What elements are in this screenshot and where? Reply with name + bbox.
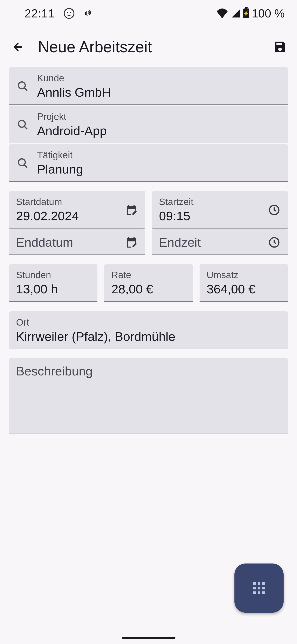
hours-value: 13,00 h — [16, 282, 90, 296]
battery-icon: ⚡ — [243, 8, 249, 18]
status-time: 22:11 — [24, 7, 55, 20]
activity-field[interactable]: Tätigkeit Planung — [9, 144, 288, 182]
svg-rect-9 — [258, 587, 260, 590]
revenue-label: Umsatz — [207, 270, 281, 280]
customer-field[interactable]: Kunde Annlis GmbH — [9, 67, 288, 105]
clock-icon — [268, 236, 281, 249]
rate-label: Rate — [111, 270, 186, 280]
status-right: ⚡ 100 % — [216, 7, 285, 20]
location-value: Kirrweiler (Pfalz), Bordmühle — [16, 329, 281, 344]
rate-field[interactable]: Rate 28,00 € — [104, 264, 193, 302]
project-value: Android-App — [37, 124, 281, 138]
endtime-field[interactable]: Endzeit — [152, 229, 288, 255]
hours-field[interactable]: Stunden 13,00 h — [9, 264, 97, 302]
startdate-value: 29.02.2024 — [16, 209, 117, 223]
svg-point-2 — [18, 159, 25, 166]
face-icon — [64, 8, 74, 19]
revenue-value: 364,00 € — [207, 282, 281, 296]
activity-value: Planung — [37, 162, 281, 176]
wifi-icon — [216, 8, 228, 18]
svg-rect-11 — [253, 592, 256, 594]
keypad-fab[interactable] — [234, 564, 284, 613]
description-field[interactable]: Beschreibung — [9, 358, 288, 434]
startdate-field[interactable]: Startdatum 29.02.2024 — [9, 191, 145, 228]
revenue-field[interactable]: Umsatz 364,00 € — [200, 264, 288, 302]
project-field[interactable]: Projekt Android-App — [9, 106, 288, 143]
enddate-field[interactable]: Enddatum — [9, 229, 145, 255]
description-label: Beschreibung — [16, 364, 281, 378]
signal-icon — [231, 8, 241, 18]
hours-label: Stunden — [16, 270, 90, 280]
svg-rect-7 — [262, 582, 265, 585]
nfc-icon — [83, 8, 93, 18]
svg-rect-6 — [258, 582, 260, 585]
clock-icon — [268, 204, 281, 216]
svg-rect-5 — [253, 582, 256, 585]
save-button[interactable] — [272, 39, 288, 55]
svg-point-1 — [18, 120, 25, 127]
calendar-edit-icon — [125, 204, 138, 216]
svg-rect-8 — [253, 587, 256, 590]
svg-rect-10 — [262, 587, 265, 590]
battery-percent: 100 % — [252, 7, 285, 20]
back-button[interactable] — [9, 38, 27, 56]
project-label: Projekt — [37, 111, 281, 122]
starttime-field[interactable]: Startzeit 09:15 — [152, 191, 288, 228]
status-bar: 22:11 ⚡ 100 % — [0, 0, 297, 24]
svg-rect-12 — [258, 592, 260, 594]
rate-value: 28,00 € — [111, 282, 186, 296]
location-label: Ort — [16, 317, 281, 328]
search-icon — [16, 80, 29, 92]
svg-point-0 — [18, 82, 25, 88]
page-title: Neue Arbeitszeit — [38, 38, 261, 56]
enddate-label: Enddatum — [16, 235, 117, 250]
keypad-icon — [251, 580, 267, 596]
nav-indicator — [122, 637, 175, 639]
customer-label: Kunde — [37, 73, 281, 84]
calendar-edit-icon — [125, 236, 138, 249]
starttime-label: Startzeit — [159, 196, 260, 207]
location-field[interactable]: Ort Kirrweiler (Pfalz), Bordmühle — [9, 311, 288, 349]
search-icon — [16, 119, 29, 130]
activity-label: Tätigkeit — [37, 150, 281, 160]
search-icon — [16, 158, 29, 169]
status-left: 22:11 — [24, 7, 93, 20]
endtime-label: Endzeit — [159, 235, 260, 250]
app-bar: Neue Arbeitszeit — [0, 24, 297, 67]
starttime-value: 09:15 — [159, 209, 260, 223]
customer-value: Annlis GmbH — [37, 85, 281, 100]
svg-rect-13 — [262, 592, 265, 594]
startdate-label: Startdatum — [16, 196, 117, 207]
